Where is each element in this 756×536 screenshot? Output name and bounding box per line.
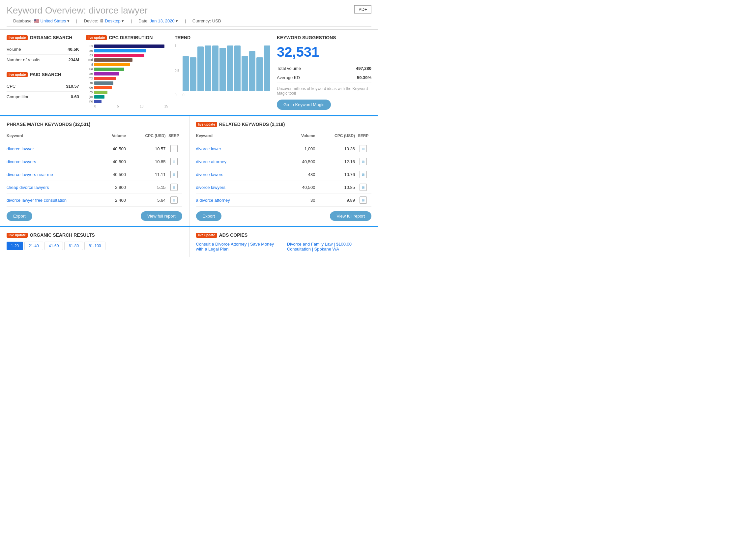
table-row: divorce lawyers 40,500 10.85 ⊞	[196, 181, 372, 194]
keyword-link[interactable]: divorce lawyers	[7, 159, 36, 164]
serp-icon[interactable]: ⊞	[360, 196, 367, 204]
organic-metrics: Volume 40.5K Number of results 234M	[7, 44, 79, 65]
paid-live-badge: live update	[7, 72, 28, 77]
related-export-button[interactable]: Export	[196, 211, 222, 221]
keyword-link[interactable]: cheap divorce lawyers	[7, 185, 49, 190]
pdf-button[interactable]: PDF	[354, 5, 372, 14]
device-selector[interactable]: Desktop	[105, 18, 121, 23]
cpc-bar-row: ae	[86, 72, 168, 76]
page-button[interactable]: 41-60	[45, 242, 63, 250]
organic-results-section: live update ORGANIC SEARCH RESULTS 1-202…	[0, 227, 189, 257]
ad-copy-link[interactable]: Divorce and Family Law | $100.00 Consult…	[287, 242, 352, 251]
related-keywords-section: live update RELATED KEYWORDS (2,118) Key…	[189, 117, 378, 226]
phrase-match-actions: Export View full report	[7, 211, 182, 221]
serp-icon[interactable]: ⊞	[170, 171, 178, 178]
toolbar: Database: 🇺🇸 United States ▾ | Device: 🖥…	[7, 16, 372, 27]
ad-copy-item: Divorce and Family Law | $100.00 Consult…	[287, 242, 372, 251]
cpc-live-badge: live update	[86, 35, 107, 40]
serp-icon[interactable]: ⊞	[170, 145, 178, 152]
keyword-link[interactable]: divorce lawyer	[7, 146, 34, 151]
cpc-bar-row: jm	[86, 95, 168, 99]
page-button[interactable]: 21-40	[24, 242, 43, 250]
cpc-bar-row: de	[86, 86, 168, 89]
cpc-bar-row: au	[86, 49, 168, 52]
ads-copies-title: live update ADS COPIES	[196, 232, 372, 238]
phrase-match-title: PHRASE MATCH KEYWORDS (32,531)	[7, 122, 182, 127]
date-selector[interactable]: Jan 13, 2020	[150, 18, 175, 23]
keyword-link[interactable]: divorce attorney	[196, 159, 227, 164]
serp-icon[interactable]: ⊞	[170, 196, 178, 204]
cpc-bar-row: ru	[86, 81, 168, 85]
related-live-badge: live update	[196, 122, 217, 127]
table-row: divorce lawer 1,000 10.36 ⊞	[196, 142, 372, 155]
trend-bar	[219, 48, 226, 91]
page-button[interactable]: 61-80	[64, 242, 83, 250]
competition-row: Competition 0.63	[7, 92, 79, 102]
table-row: divorce lawyer 40,500 10.57 ⊞	[7, 142, 182, 155]
organic-live-badge: live update	[7, 35, 28, 40]
phrase-match-section: PHRASE MATCH KEYWORDS (32,531) Keyword V…	[0, 117, 189, 226]
ads-copies-section: live update ADS COPIES Consult a Divorce…	[189, 227, 378, 257]
cpc-bar-row: it	[86, 63, 168, 66]
trend-bar	[249, 51, 255, 91]
pagination[interactable]: 1-2021-4041-6061-8081-100	[7, 242, 182, 250]
serp-icon[interactable]: ⊞	[360, 184, 367, 191]
trend-title: TREND	[175, 35, 270, 40]
serp-icon[interactable]: ⊞	[360, 171, 367, 178]
trend-bars	[182, 44, 270, 91]
table-row: divorce lawyers near me 40,500 11.11 ⊞	[7, 168, 182, 181]
trend-bar	[197, 47, 204, 91]
table-row: cheap divorce lawyers 2,900 5.15 ⊞	[7, 181, 182, 194]
phrase-export-button[interactable]: Export	[7, 211, 32, 221]
cpc-bar-row: es	[86, 53, 168, 57]
keyword-link[interactable]: divorce lawyers near me	[7, 172, 53, 177]
related-view-report-button[interactable]: View full report	[330, 211, 372, 221]
cpc-bar-row: cy	[86, 90, 168, 94]
paid-search-title: live update PAID SEARCH	[7, 72, 79, 77]
suggestion-metrics: Total volume 497,280 Average KD 59.39%	[277, 64, 372, 83]
trend-bar	[205, 46, 211, 91]
trend-bar	[264, 46, 270, 91]
serp-icon[interactable]: ⊞	[170, 158, 178, 165]
table-row: divorce lawers 480 10.76 ⊞	[196, 168, 372, 181]
trend-bar	[190, 57, 196, 91]
serp-icon[interactable]: ⊞	[360, 158, 367, 165]
suggestion-count: 32,531	[277, 44, 372, 60]
suggestion-desc: Uncover millions of keyword ideas with t…	[277, 86, 372, 96]
phrase-view-report-button[interactable]: View full report	[141, 211, 182, 221]
trend-bar	[227, 46, 233, 91]
keyword-link[interactable]: divorce lawer	[196, 146, 221, 151]
ads-live-badge: live update	[196, 233, 217, 238]
keyword-link[interactable]: divorce lawyers	[196, 185, 226, 190]
page-button[interactable]: 1-20	[7, 242, 23, 250]
suggestions-title: KEYWORD SUGGESTIONS	[277, 35, 372, 40]
cpc-bar-row: mx	[86, 77, 168, 80]
ad-copy-link[interactable]: Consult a Divorce Attorney | Save Money …	[196, 242, 274, 251]
paid-metrics: CPC $10.57 Competition 0.63	[7, 81, 79, 102]
keyword-magic-button[interactable]: Go to Keyword Magic	[277, 100, 331, 110]
page-title: Keyword Overview: divorce lawyer	[7, 5, 372, 16]
page-button[interactable]: 81-100	[84, 242, 105, 250]
related-keywords-actions: Export View full report	[196, 211, 372, 221]
table-row: a divorce attorney 30 9.89 ⊞	[196, 194, 372, 207]
trend-bar	[242, 56, 248, 91]
database-selector[interactable]: United States	[41, 18, 66, 23]
organic-search-title: live update ORGANIC SEARCH	[7, 35, 79, 40]
serp-icon[interactable]: ⊞	[170, 184, 178, 191]
serp-icon[interactable]: ⊞	[360, 145, 367, 152]
keyword-link[interactable]: divorce lawyer free consultation	[7, 198, 67, 203]
trend-bar	[212, 46, 218, 91]
cpc-bar-row: md	[86, 58, 168, 62]
keyword-link[interactable]: a divorce attorney	[196, 198, 230, 203]
cpc-row: CPC $10.57	[7, 81, 79, 92]
total-volume-row: Total volume 497,280	[277, 64, 372, 73]
cpc-dist-title: live update CPC DISTRIBUTION	[86, 35, 168, 40]
trend-bar	[182, 56, 189, 91]
organic-results-badge: live update	[7, 233, 28, 238]
cpc-chart: us au es md it ua	[86, 44, 168, 103]
related-keywords-header: Keyword Volume CPC (USD) SERP	[196, 131, 372, 141]
trend-chart: 1 0.5 0 0	[175, 44, 270, 97]
keyword-link[interactable]: divorce lawers	[196, 172, 223, 177]
related-keywords-title: live update RELATED KEYWORDS (2,118)	[196, 122, 372, 127]
organic-results-title: live update ORGANIC SEARCH RESULTS	[7, 232, 182, 238]
